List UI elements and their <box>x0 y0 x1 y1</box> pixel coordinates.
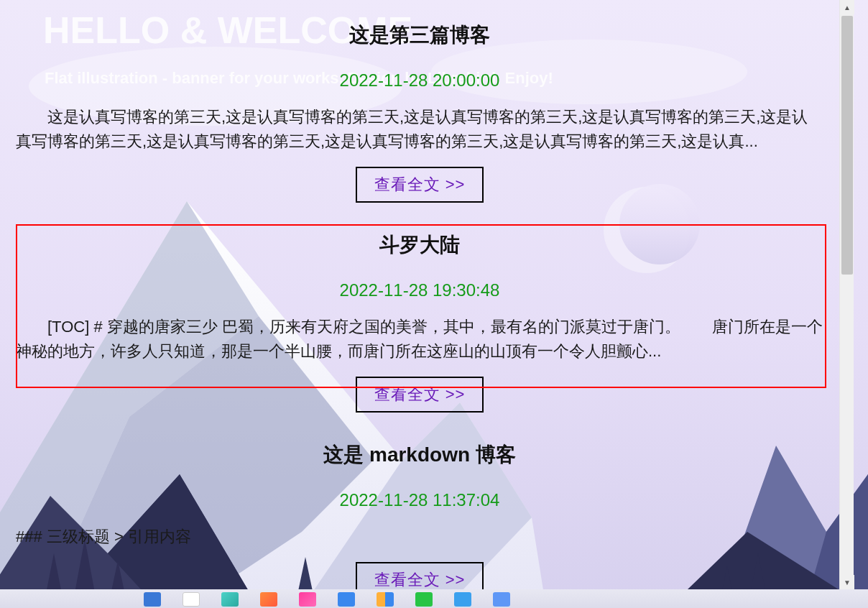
scrollbar-thumb[interactable] <box>841 16 853 275</box>
read-more-button[interactable]: 查看全文 >> <box>356 377 484 413</box>
taskbar-app-icon[interactable] <box>493 592 510 607</box>
post-excerpt: ### 三级标题 > 引用内容 <box>16 525 823 549</box>
post-date: 2022-11-28 11:37:04 <box>16 490 823 510</box>
post-excerpt: 这是认真写博客的第三天,这是认真写博客的第三天,这是认真写博客的第三天,这是认真… <box>16 105 823 154</box>
taskbar-app-icon[interactable] <box>260 592 277 607</box>
post-excerpt: [TOC] # 穿越的唐家三少 巴蜀，历来有天府之国的美誉，其中，最有名的门派莫… <box>16 315 823 364</box>
post-title: 这是 markdown 博客 <box>16 441 823 469</box>
post-item: 这是 markdown 博客 2022-11-28 11:37:04 ### 三… <box>0 420 839 589</box>
taskbar-icons <box>144 592 510 607</box>
taskbar-app-icon[interactable] <box>454 592 471 607</box>
scrollbar-up-button[interactable]: ▲ <box>840 0 854 14</box>
post-title: 这是第三篇博客 <box>16 22 823 49</box>
post-date: 2022-11-28 20:00:00 <box>16 70 823 91</box>
scrollbar-track[interactable]: ▲ ▼ <box>839 0 854 589</box>
post-date: 2022-11-28 19:30:48 <box>16 280 823 300</box>
taskbar-app-icon[interactable] <box>221 592 239 607</box>
taskbar-app-icon[interactable] <box>183 592 200 607</box>
taskbar-app-icon[interactable] <box>144 592 161 607</box>
content-area: 这是第三篇博客 2022-11-28 20:00:00 这是认真写博客的第三天,… <box>0 0 839 589</box>
post-item: 斗罗大陆 2022-11-28 19:30:48 [TOC] # 穿越的唐家三少… <box>0 210 839 420</box>
taskbar-app-icon[interactable] <box>415 592 433 607</box>
read-more-button[interactable]: 查看全文 >> <box>356 562 484 589</box>
taskbar-app-icon[interactable] <box>338 592 355 607</box>
read-more-button[interactable]: 查看全文 >> <box>356 167 484 203</box>
post-item: 这是第三篇博客 2022-11-28 20:00:00 这是认真写博客的第三天,… <box>0 0 839 210</box>
scrollbar-down-button[interactable]: ▼ <box>840 575 854 589</box>
taskbar-app-icon[interactable] <box>377 592 394 607</box>
post-title: 斗罗大陆 <box>16 231 823 259</box>
taskbar <box>0 589 868 608</box>
taskbar-app-icon[interactable] <box>299 592 316 607</box>
